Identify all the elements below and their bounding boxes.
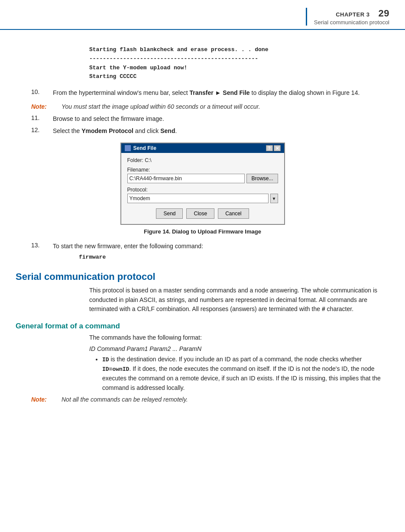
ymodem-bold: Ymodem Protocol	[81, 127, 133, 134]
filename-label: Filename:	[127, 167, 278, 173]
filename-value: C:\RA440-firmware.bin	[130, 175, 182, 182]
id-ownid-code: ID=ownID	[102, 366, 129, 373]
code-line-2: Start the Y-modem upload now!	[89, 64, 389, 73]
dialog-titlebar-buttons: ? ✕	[266, 145, 281, 151]
step-11-text: Browse to and select the firmware image.	[53, 114, 389, 124]
bullet-list: ID is the destination device. If you inc…	[98, 355, 389, 393]
page-num-text: 29	[379, 8, 389, 19]
dialog-title: Send File	[133, 145, 156, 151]
filename-input-row: C:\RA440-firmware.bin Browse...	[127, 174, 278, 183]
send-file-dialog: Send File ? ✕ Folder: C:\ Filename:	[120, 143, 285, 225]
code-line-3: Starting CCCCC	[89, 72, 389, 81]
protocol-dropdown-arrow[interactable]: ▼	[270, 194, 278, 203]
note-1-text: You must start the image upload within 6…	[62, 103, 389, 110]
dialog-icon	[125, 145, 131, 151]
step-10-num: 10.	[31, 88, 53, 98]
dialog-cancel-button[interactable]: Cancel	[218, 208, 249, 219]
protocol-label: Protocol:	[127, 187, 278, 193]
send-bold: Send	[160, 127, 175, 134]
header-subtitle-text: Serial communication protocol	[314, 19, 389, 26]
figure-caption: Figure 14. Dialog to Upload Firmware Ima…	[16, 228, 389, 235]
dialog-question-btn[interactable]: ?	[266, 145, 273, 151]
general-format-intro: The commands have the following format:	[89, 333, 389, 343]
code-block: Starting flash blankcheck and erase proc…	[89, 45, 389, 81]
filename-field: Filename: C:\RA440-firmware.bin Browse..…	[127, 167, 278, 183]
figure-14-container: Send File ? ✕ Folder: C:\ Filename:	[16, 143, 389, 235]
filename-textbox[interactable]: C:\RA440-firmware.bin	[127, 174, 245, 183]
step-13-text: To start the new firmware, enter the fol…	[53, 242, 389, 262]
step-12: 12. Select the Ymodem Protocol and click…	[16, 127, 389, 136]
step-13: 13. To start the new firmware, enter the…	[16, 242, 389, 262]
step-12-text: Select the Ymodem Protocol and click Sen…	[53, 127, 389, 136]
note-1-label: Note:	[31, 103, 62, 110]
code-separator: ----------------------------------------…	[89, 55, 389, 64]
dialog-titlebar: Send File ? ✕	[121, 143, 284, 153]
protocol-select[interactable]: Ymodem	[127, 194, 269, 203]
serial-section-body: This protocol is based on a master sendi…	[89, 286, 389, 314]
protocol-select-wrap: Ymodem ▼	[127, 194, 278, 203]
protocol-value: Ymodem	[130, 195, 150, 201]
step-11-num: 11.	[31, 114, 53, 124]
dialog-footer: Send Close Cancel	[127, 208, 278, 219]
general-format-heading: General format of a command	[16, 322, 389, 331]
id-code: ID	[102, 357, 109, 363]
note-1: Note: You must start the image upload wi…	[16, 103, 389, 110]
dialog-close-button[interactable]: Close	[186, 208, 214, 219]
folder-field: Folder: C:\	[127, 157, 278, 163]
serial-section-heading: Serial communication protocol	[16, 271, 389, 282]
step-13-num: 13.	[31, 242, 53, 262]
bullet-item-1: ID is the destination device. If you inc…	[102, 355, 389, 393]
note-2: Note: Not all the commands can be relaye…	[16, 396, 389, 403]
content-area: Starting flash blankcheck and erase proc…	[0, 30, 405, 420]
dialog-close-btn[interactable]: ✕	[274, 145, 281, 151]
command-format: ID Command Param1 Param2 ... ParamN	[89, 345, 389, 352]
dialog-send-button[interactable]: Send	[156, 208, 183, 219]
dialog-titlebar-left: Send File	[125, 145, 156, 151]
note-2-label: Note:	[31, 396, 62, 403]
step-10: 10. From the hyperterminal window's menu…	[16, 88, 389, 98]
step-12-num: 12.	[31, 127, 53, 136]
step-11: 11. Browse to and select the firmware im…	[16, 114, 389, 124]
protocol-field: Protocol: Ymodem ▼	[127, 187, 278, 203]
page: CHAPTER 3 29 Serial communication protoc…	[0, 0, 405, 532]
folder-label: Folder: C:\	[127, 157, 278, 163]
browse-button[interactable]: Browse...	[246, 174, 278, 183]
code-line-1: Starting flash blankcheck and erase proc…	[89, 45, 389, 55]
transfer-bold: Transfer ► Send File	[189, 89, 249, 96]
page-header: CHAPTER 3 29 Serial communication protoc…	[0, 0, 405, 30]
note-2-text: Not all the commands can be relayed remo…	[62, 396, 389, 403]
chapter-label-text: CHAPTER 3	[336, 11, 369, 18]
dialog-body: Folder: C:\ Filename: C:\RA440-firmware.…	[121, 153, 284, 224]
step-10-text: From the hyperterminal window's menu bar…	[53, 88, 389, 98]
hash-bold: #	[322, 305, 325, 312]
firmware-code: firmware	[79, 253, 389, 262]
